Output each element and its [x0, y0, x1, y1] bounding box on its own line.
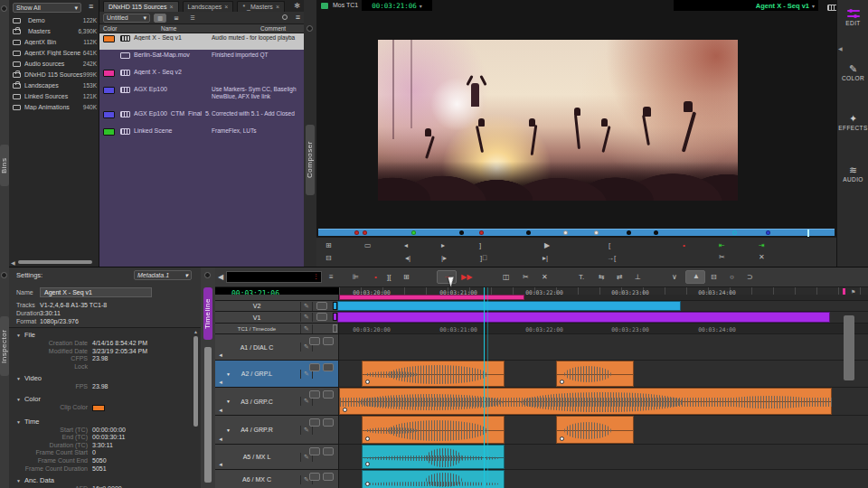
gear-button[interactable]	[323, 473, 334, 481]
bin-row[interactable]: AGX Ep100 Use Markers- Sym CC, Baseligh …	[99, 85, 304, 108]
clip-color-swatch[interactable]	[103, 111, 115, 118]
waveform-button[interactable]	[309, 473, 320, 481]
text-tool-icon[interactable]: T.	[579, 272, 584, 283]
workspace-color[interactable]: ✎ COLOR	[837, 63, 868, 81]
v3-clip-sliver[interactable]	[843, 288, 845, 295]
gear-icon[interactable]: ✻	[294, 2, 300, 10]
sequence-marker[interactable]	[594, 230, 599, 235]
go-to-in-icon[interactable]: ⇤	[719, 241, 725, 250]
keyframe-icon[interactable]	[365, 462, 370, 466]
step-backward-icon[interactable]: ◂	[404, 241, 408, 250]
panel-dock-dot[interactable]	[204, 272, 211, 278]
scissors-icon[interactable]: ✂	[523, 272, 529, 283]
lift-icon[interactable]: ✕	[542, 272, 548, 283]
v1-video-clip[interactable]	[337, 312, 830, 323]
remove-effect-icon[interactable]: ✕	[759, 253, 765, 262]
bin-row[interactable]: Agent X - Seq v2	[99, 68, 304, 84]
go-to-out-icon[interactable]: ⇥	[759, 241, 765, 250]
composer-tab[interactable]: Composer	[306, 125, 315, 195]
a4-audio-clip[interactable]	[556, 416, 634, 444]
bins-hscrollbar[interactable]	[18, 260, 92, 264]
bin-row[interactable]: Linked Scene FrameFlex, LUTs	[99, 127, 304, 143]
panel-dock-dot[interactable]	[1, 5, 7, 12]
bins-tab[interactable]: Bins	[0, 145, 9, 186]
sequence-name-box[interactable]: Agent X - Seq v1 ▾	[674, 0, 818, 11]
bin-row-selected[interactable]: Agent X - Seq v1 Audio muted - for loope…	[99, 33, 304, 50]
segment-mode-icon[interactable]: ⊟	[711, 272, 717, 283]
track-v2-header[interactable]: V2 ✎	[215, 301, 339, 312]
clear-out-icon[interactable]: ]⃪	[480, 254, 487, 263]
triangle-down-icon[interactable]: ▼	[16, 476, 21, 485]
tab-masters[interactable]: * _Masters×	[237, 1, 285, 12]
sequence-marker[interactable]	[459, 230, 464, 235]
keyframe-icon[interactable]	[365, 482, 370, 486]
bin-list-item[interactable]: Linked Sources121K	[13, 91, 97, 101]
bin-preset-dropdown[interactable]: Untitled▾	[103, 14, 150, 23]
sequence-marker[interactable]	[354, 230, 359, 235]
scissors-icon[interactable]: ✂	[719, 253, 725, 262]
mark-out-icon[interactable]: ]	[479, 241, 481, 250]
track-a6-header[interactable]: A6 / MX C ✎	[215, 470, 339, 488]
quadsplit-icon[interactable]: ▭	[364, 241, 372, 250]
sequence-marker[interactable]	[411, 230, 416, 235]
pointer-tool-active[interactable]: ▲	[685, 270, 705, 284]
timeline-right-scrollbar[interactable]	[844, 315, 854, 380]
pencil-icon[interactable]: ✎	[300, 426, 313, 435]
close-icon[interactable]: ×	[224, 4, 228, 10]
add-marker-icon[interactable]: •	[683, 241, 685, 250]
mark-clip-icon[interactable]: ⊫	[353, 272, 359, 283]
v2-video-clip[interactable]	[337, 301, 681, 311]
speaker-icon[interactable]: ◄	[218, 352, 223, 358]
go-next-edit-icon[interactable]: |▸	[441, 254, 447, 263]
track-a2-header-selected[interactable]: ▼ A2 / GRP.L ✎ ◄	[215, 361, 339, 388]
triangle-down-icon[interactable]: ▼	[16, 374, 21, 383]
match-frame-icon[interactable]: ◫	[503, 272, 510, 283]
marker-flag-icon[interactable]: ⚑	[851, 288, 855, 295]
triangle-down-icon[interactable]: ▼	[16, 395, 21, 404]
waveform-button[interactable]	[309, 337, 320, 345]
gear-button[interactable]	[323, 418, 334, 427]
scroll-left-icon[interactable]: ◀	[11, 259, 15, 266]
collapse-arrow-icon[interactable]: ◀	[838, 45, 843, 52]
bin-list-item[interactable]: DNxHD 115 Sources999K	[13, 70, 97, 80]
sequence-marker[interactable]	[732, 230, 737, 235]
bin-list-item[interactable]: AgentX Bin112K	[13, 37, 97, 47]
bin-row[interactable]: AGX Ep100_CTM_Final_5.1 Corrected with 5…	[99, 109, 304, 126]
monitor-button[interactable]	[316, 313, 327, 321]
timeline-menu-icon[interactable]: ≡	[329, 272, 334, 283]
bin-list-item[interactable]: _Demo122K	[13, 15, 97, 25]
play-to-out-icon[interactable]: ▸|	[542, 254, 548, 263]
a3-audio-clip[interactable]	[339, 388, 832, 415]
speaker-icon[interactable]: ◄	[218, 408, 223, 413]
clip-color-swatch[interactable]	[103, 35, 115, 42]
bin-list-item[interactable]: Landscapes153K	[13, 80, 97, 90]
clear-in-icon[interactable]: →[	[607, 254, 616, 263]
record-track-icon[interactable]	[320, 2, 329, 10]
frame-view-icon[interactable]: ⊞	[170, 14, 183, 23]
anchor-icon[interactable]: ⊥	[635, 272, 641, 283]
play-icon[interactable]: ▶	[544, 241, 550, 250]
pencil-icon[interactable]: ✎	[300, 324, 313, 333]
clip-color-swatch[interactable]	[103, 87, 115, 94]
col-color[interactable]: Color	[103, 25, 118, 32]
col-name[interactable]: Name	[161, 25, 176, 32]
bin-list-item[interactable]: Audio sources242K	[13, 59, 97, 69]
keyframe-tool-icon[interactable]: ∨	[672, 272, 677, 283]
step-forward-icon[interactable]: ▸	[441, 241, 445, 250]
search-icon[interactable]	[282, 14, 288, 20]
bin-row[interactable]: Berlin-Sat-Map.mov Finished imported QT	[99, 51, 304, 67]
splice-mode-icon[interactable]: ][	[387, 272, 391, 283]
sequence-marker[interactable]	[479, 230, 484, 235]
monitor-button[interactable]	[316, 302, 327, 310]
keyframe-icon[interactable]	[343, 408, 347, 412]
track-tc1-header[interactable]: TC1 / Timecode ✎	[215, 324, 339, 334]
bin-filter-dropdown[interactable]: Show All ▾	[13, 3, 81, 13]
pencil-icon[interactable]: ✎	[300, 302, 313, 311]
column-view-icon[interactable]: ▥	[154, 14, 166, 23]
clip-color-swatch[interactable]	[103, 70, 115, 77]
keyframe-icon[interactable]	[560, 436, 564, 441]
bin-list-item[interactable]: Map Animations940K	[13, 102, 97, 112]
playhead[interactable]	[484, 287, 485, 488]
splitclip-icon[interactable]: ⊞	[326, 241, 332, 250]
track-a5-header[interactable]: A5 / MX L ✎ ◄	[215, 445, 339, 470]
